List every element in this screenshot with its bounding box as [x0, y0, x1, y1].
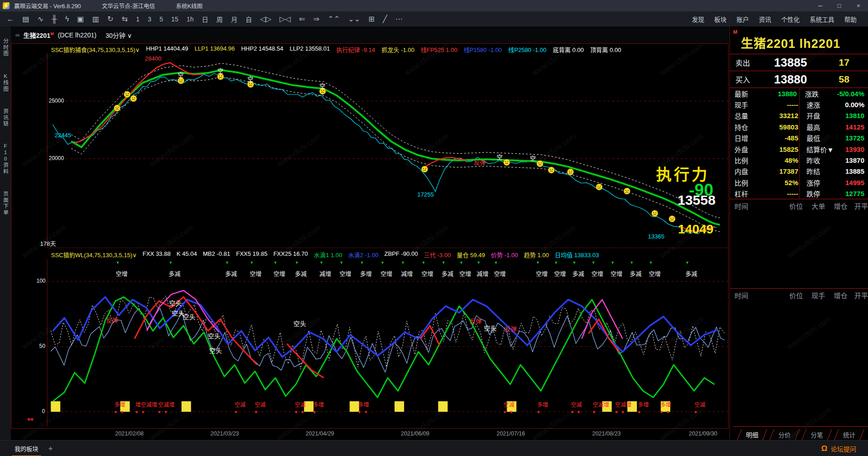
main-price-chart[interactable] — [47, 53, 728, 246]
chart-label: ♥ — [510, 410, 513, 415]
contract-tab-bar[interactable]: ∞ 生猪2201M (DCE lh2201) 30分钟 ∨ — [11, 26, 729, 43]
chart-label: 空增 — [250, 271, 262, 277]
bid-row[interactable]: 买入 13880 58 — [730, 71, 868, 88]
tab-分笔[interactable]: 分笔 — [801, 429, 832, 440]
toolbar-icon-save[interactable]: ▥ — [92, 15, 99, 23]
chart-label: 减增 — [319, 271, 331, 277]
contract-name[interactable]: 生猪2201M — [23, 31, 55, 40]
chart-label: ♥ — [121, 410, 123, 415]
toolbar-icon-chart-switch[interactable]: ⇆ — [122, 15, 128, 23]
menu-item[interactable]: 资讯 — [759, 15, 771, 24]
period-selector[interactable]: 30分钟 ∨ — [106, 31, 132, 40]
quote-value: 48% — [763, 156, 798, 164]
series-green-line — [53, 297, 714, 401]
toolbar-icon-candlestick[interactable]: ╫ — [52, 15, 57, 23]
chevron-down-icon: ∨ — [127, 32, 132, 39]
menu-item[interactable]: 个性化 — [781, 15, 800, 24]
sidebar-item[interactable]: 资讯链 — [2, 109, 9, 127]
table-col-header: 开平 — [847, 201, 868, 211]
tab-my-board[interactable]: 我的板块 — [12, 440, 41, 456]
add-board-button[interactable]: + — [48, 444, 53, 453]
toolbar-icon-period-1h[interactable]: 1h — [186, 16, 194, 23]
toolbar-icon-list[interactable]: ▤ — [22, 15, 29, 23]
chart-label: 多减 — [295, 271, 307, 277]
chart-label: ♥ — [571, 410, 574, 415]
toolbar-icon-order-panel[interactable]: ▣ — [77, 15, 84, 23]
series-lavender — [51, 308, 724, 372]
ask-row[interactable]: 卖出 13885 17 — [730, 54, 868, 71]
headphone-icon: Ω — [821, 444, 827, 453]
toolbar-icon-arrow-left[interactable]: ⇐ — [299, 15, 305, 23]
minimize-button[interactable]: ─ — [811, 2, 830, 9]
chart-label: 反弹 — [470, 318, 482, 324]
toolbar-icon-period-week[interactable]: 周 — [216, 15, 223, 24]
quote-value: 13880 — [762, 90, 797, 98]
menu-item[interactable]: 发现 — [692, 15, 704, 24]
quote-title: 生猪2201 lh2201 — [741, 34, 841, 52]
chart-label: ♥ — [537, 410, 540, 415]
forum-ask-label: 论坛提问 — [831, 444, 856, 453]
toolbar-icon-back[interactable]: ← — [7, 15, 14, 23]
toolbar-icon-period-1[interactable]: 1 — [136, 16, 139, 23]
toolbar-icon-refresh[interactable]: ↻ — [108, 15, 113, 23]
toolbar-icon-grid-layout[interactable]: ⊞ — [369, 15, 375, 23]
menu-item[interactable]: 账户 — [737, 15, 749, 24]
chart-label: 空增 — [380, 271, 392, 277]
chart-label: 178天 — [40, 241, 56, 247]
chart-label: 多增 — [358, 402, 369, 408]
menu-item[interactable]: 系统工具 — [810, 15, 834, 24]
toolbar-icon-period-3[interactable]: 3 — [148, 16, 151, 23]
close-button[interactable]: × — [849, 2, 868, 9]
toolbar-icon-more[interactable]: ⋯ — [395, 15, 403, 23]
chart-label: 空减增 — [158, 402, 175, 408]
toolbar-icon-period-5[interactable]: 5 — [159, 16, 163, 23]
date-tick: 2021/03/23 — [211, 430, 239, 437]
menu-item[interactable]: 板块 — [714, 15, 727, 24]
tab-统计[interactable]: 统计 — [834, 429, 864, 440]
toolbar-icon-zoom-out[interactable]: ⌄⌄ — [348, 15, 360, 23]
tab-分价[interactable]: 分价 — [769, 429, 800, 440]
chart-label: 空减 — [694, 402, 705, 408]
quote-value: 59803 — [763, 123, 798, 131]
sidebar-item[interactable]: F10资料 — [2, 143, 9, 175]
indicator-chip: 水滴1 1.00 — [314, 250, 342, 259]
toolbar-icons: ←▤∿╫ϟ▣▥↻⇆135151h日周月自◁▷▷◁⇐⇒⌃⌃⌄⌄⊞╱⋯ — [3, 15, 407, 24]
chart-label: 空减增 — [615, 402, 632, 408]
panel-separator — [47, 248, 728, 248]
title-bar: 6 赢顺云端交易 - Ver6.8.290 文华云节点-浙江电信 系统K线图 ─… — [0, 0, 868, 11]
chart-label: 空减 — [295, 402, 306, 408]
chart-label: 28400 — [145, 56, 161, 62]
toolbar-icon-arrow-right[interactable]: ⇒ — [313, 15, 319, 23]
maximize-button[interactable]: □ — [830, 2, 849, 9]
toolbar-icon-period-day[interactable]: 日 — [202, 15, 208, 24]
chart-label: 多减 — [442, 271, 453, 277]
chart-label: 减增 — [401, 271, 413, 277]
smiley-signal-icon — [548, 166, 555, 174]
toolbar-icon-line-chart[interactable]: ∿ — [37, 15, 43, 23]
toolbar-icon-period-month[interactable]: 月 — [231, 15, 237, 24]
quote-label: 速涨 — [798, 100, 839, 109]
menu-item[interactable]: 帮助 — [844, 15, 857, 24]
chart-label: 空增 — [649, 271, 661, 277]
toolbar-icon-draw-line[interactable]: ╱ — [383, 15, 387, 23]
sidebar-item[interactable]: 页面下单 — [2, 191, 9, 216]
toolbar-icon-compress[interactable]: ◁▷ — [260, 15, 272, 23]
indicator-chip: K 45.04 — [176, 250, 197, 259]
forum-ask-button[interactable]: Ω 论坛提问 — [821, 444, 856, 453]
chart-label: 空减 — [235, 402, 246, 408]
oscillator-chart[interactable] — [47, 259, 728, 426]
toolbar-icon-period-15[interactable]: 15 — [171, 16, 179, 23]
window-controls: ─□× — [811, 2, 868, 9]
toolbar-icon-lightning[interactable]: ϟ — [65, 15, 69, 23]
toolbar-icon-zoom-in[interactable]: ⌃⌃ — [328, 15, 340, 23]
sidebar-item[interactable]: 分时图 — [2, 38, 9, 57]
toolbar-icon-expand[interactable]: ▷◁ — [280, 15, 291, 23]
ask-price: 13885 — [761, 56, 820, 70]
sidebar-item[interactable]: K线图 — [2, 73, 9, 92]
toolbar-icon-period-custom[interactable]: 自 — [246, 15, 252, 24]
chart-label: ▼ — [554, 261, 558, 265]
top-menu: 发现板块账户资讯个性化系统工具帮助 — [687, 15, 862, 24]
tab-明细[interactable]: 明细 — [737, 429, 767, 440]
sub-indicator-header[interactable]: SSC猎豹WL(34,75,130,3,5,15)∨FXX 33.88K 45.… — [51, 250, 599, 259]
main-indicator-header[interactable]: SSC猎豹捕食(34,75,130,3,5,15)∨HHP1 14404.49L… — [51, 45, 621, 54]
